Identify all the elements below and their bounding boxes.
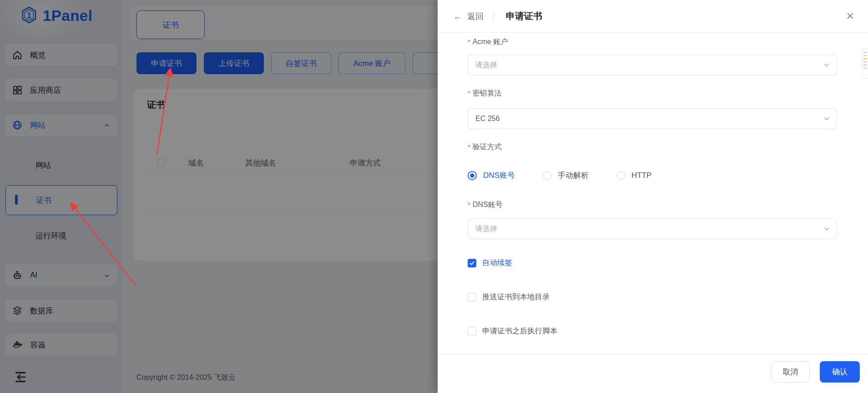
required-asterisk: * (468, 38, 470, 45)
edge-floating-widget[interactable] (862, 48, 868, 79)
required-asterisk: * (468, 89, 470, 97)
button-label: 确认 (832, 367, 848, 377)
close-icon[interactable]: ✕ (846, 11, 854, 21)
radio-label-manual[interactable]: 手动解析 (558, 170, 589, 181)
radio-manual-resolve[interactable] (543, 171, 551, 180)
chevron-down-icon (823, 61, 830, 69)
back-arrow-icon: ← (453, 11, 463, 21)
chevron-down-icon (823, 115, 830, 122)
back-label: 返回 (467, 11, 484, 22)
radio-dns-account-checked[interactable] (468, 171, 477, 180)
select-placeholder: 请选择 (475, 224, 497, 234)
drawer-footer: 取消 确认 (438, 354, 868, 393)
script-after-label[interactable]: 申请证书之后执行脚本 (482, 326, 557, 336)
script-after-checkbox[interactable] (468, 327, 476, 336)
key-algorithm-label: *密钥算法 (468, 89, 502, 98)
push-dir-checkbox[interactable] (468, 293, 476, 302)
select-placeholder: 请选择 (475, 60, 497, 70)
dns-account-label: *DNS账号 (468, 200, 503, 210)
push-dir-label[interactable]: 推送证书到本地目录 (482, 292, 550, 302)
auto-renew-checkbox-checked[interactable] (468, 259, 476, 267)
back-button[interactable]: ← 返回 (453, 11, 484, 22)
dns-account-select[interactable]: 请选择 (468, 218, 837, 239)
radio-http[interactable] (617, 171, 625, 180)
auto-renew-row: 自动续签 (468, 258, 512, 268)
app-window: 1 1Panel 概览 应用商店 (0, 0, 868, 393)
header-divider (494, 11, 494, 21)
script-after-row: 申请证书之后执行脚本 (468, 326, 557, 336)
acme-account-label: *Acme 账户 (468, 37, 508, 47)
auto-renew-label[interactable]: 自动续签 (482, 258, 512, 268)
select-value: EC 256 (475, 115, 500, 123)
key-algorithm-select[interactable]: EC 256 (468, 108, 837, 129)
required-asterisk: * (468, 201, 470, 208)
verify-method-radio-group: DNS账号 手动解析 HTTP (468, 170, 651, 181)
radio-label-http[interactable]: HTTP (631, 171, 651, 180)
drawer-title: 申请证书 (506, 10, 542, 22)
button-label: 取消 (783, 367, 798, 377)
push-dir-row: 推送证书到本地目录 (468, 292, 550, 302)
apply-certificate-drawer: ← 返回 申请证书 ✕ *Acme 账户 请选择 *密钥算法 (438, 0, 868, 393)
drawer-header: ← 返回 申请证书 ✕ (438, 0, 868, 33)
confirm-button[interactable]: 确认 (820, 361, 860, 383)
verify-method-label: *验证方式 (468, 142, 502, 152)
cancel-button[interactable]: 取消 (771, 361, 810, 383)
chevron-down-icon (823, 225, 830, 232)
acme-account-select[interactable]: 请选择 (468, 55, 837, 76)
required-asterisk: * (468, 143, 470, 151)
radio-label-dns[interactable]: DNS账号 (483, 170, 515, 181)
